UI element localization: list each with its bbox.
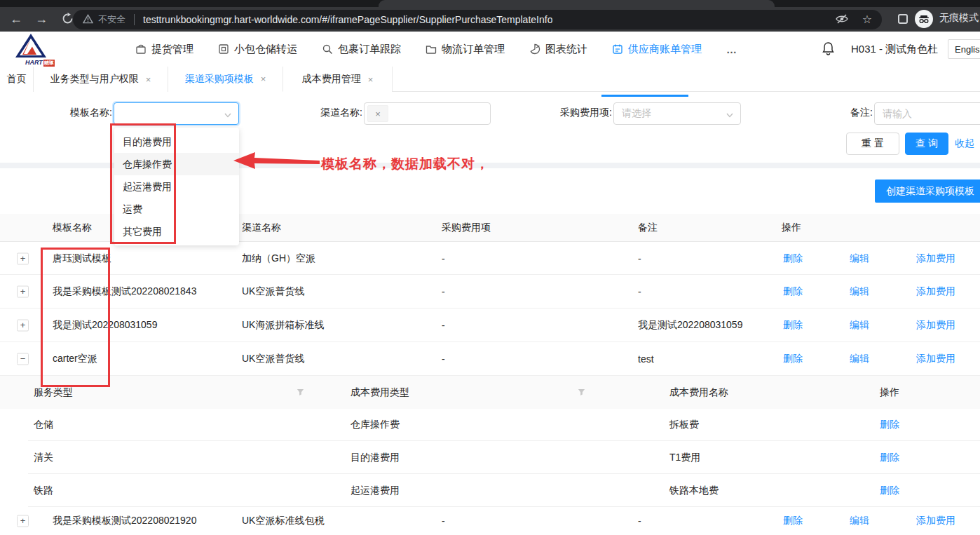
- channel-name-select[interactable]: ×: [364, 102, 491, 125]
- collapse-row-icon[interactable]: −: [17, 353, 29, 365]
- nav-item-logistics-orders[interactable]: 物流订单管理: [426, 43, 505, 56]
- edit-link[interactable]: 编辑: [850, 275, 869, 309]
- dropdown-option[interactable]: 运费: [114, 198, 239, 220]
- delete-link[interactable]: 删除: [783, 342, 803, 376]
- dropdown-option[interactable]: 目的港费用: [114, 130, 239, 153]
- nav-more-icon[interactable]: …: [726, 43, 737, 55]
- delete-link[interactable]: 删除: [880, 474, 899, 507]
- close-icon[interactable]: ×: [146, 74, 151, 85]
- remark-field-wrap: [874, 102, 980, 125]
- nav-item-pickup[interactable]: 提货管理: [135, 43, 193, 56]
- expand-icon[interactable]: +: [17, 320, 29, 332]
- table-row: + 我是采购模板测试202208021843 UK空派普货线 - - 删除 编辑…: [0, 275, 980, 309]
- col-header-action: 操作: [782, 214, 801, 241]
- delete-link[interactable]: 删除: [880, 409, 899, 441]
- filter-funnel-icon[interactable]: [297, 387, 304, 398]
- incognito-label: 无痕模式: [939, 12, 979, 25]
- browser-toolbar: ← → 不安全 testtrunkbookingmgr.hart-worldwi…: [0, 7, 980, 32]
- expand-icon[interactable]: +: [17, 252, 29, 264]
- logo-text: HART精琢: [25, 59, 55, 67]
- tab-channel-purchase-template[interactable]: 渠道采购项模板 ×: [168, 67, 283, 92]
- language-button[interactable]: English: [948, 39, 980, 59]
- cell-cost-name: 铁路本地费: [669, 474, 719, 507]
- page-tab-bar: 首页 业务类型与用户权限 × 渠道采购项模板 × 成本费用管理 ×: [0, 67, 980, 92]
- close-icon[interactable]: ×: [261, 74, 266, 84]
- cell-channel: 加纳（GH）空派: [242, 242, 315, 275]
- nav-item-parcel-warehouse[interactable]: 小包仓储转运: [218, 43, 297, 56]
- tab-switcher-icon[interactable]: [898, 14, 908, 24]
- edit-link[interactable]: 编辑: [850, 242, 869, 275]
- tag-close-icon[interactable]: ×: [375, 109, 381, 119]
- cell-fee: -: [442, 275, 445, 309]
- subtable-header-row: 服务类型 成本费用类型 成本费用名称 操作: [0, 376, 980, 409]
- cell-template-name: carter空派: [53, 342, 97, 376]
- empty-tag[interactable]: ×: [367, 105, 388, 122]
- back-icon[interactable]: ←: [10, 11, 22, 27]
- dropdown-option[interactable]: 其它费用: [114, 220, 239, 243]
- cell-template-name: 我是采购模板测试202208021920: [53, 507, 196, 535]
- forward-icon[interactable]: →: [35, 11, 48, 27]
- table-row: + 唐珏测试模板 加纳（GH）空派 - - 删除 编辑 添加费用: [0, 242, 980, 275]
- eye-off-icon[interactable]: [836, 14, 848, 26]
- notification-bell-icon[interactable]: [822, 41, 835, 57]
- cell-cost-name: T1费用: [669, 441, 700, 474]
- filter-funnel-icon[interactable]: [578, 387, 585, 398]
- bill-icon: [612, 43, 623, 55]
- cell-remark: 我是测试202208031059: [638, 309, 742, 342]
- pickup-icon: [135, 43, 147, 55]
- cell-cost-name: 拆板费: [669, 409, 699, 441]
- cell-fee: -: [442, 242, 445, 275]
- delete-link[interactable]: 删除: [783, 309, 803, 342]
- user-name[interactable]: H031 - 测试角色杜: [851, 43, 938, 56]
- purchase-fee-placeholder: 请选择: [622, 107, 651, 120]
- tab-cost-fee-management[interactable]: 成本费用管理 ×: [283, 67, 393, 92]
- add-fee-link[interactable]: 添加费用: [916, 275, 955, 309]
- subcol-cost-type: 成本费用类型: [351, 376, 409, 409]
- search-button[interactable]: 查 询: [905, 133, 948, 155]
- dropdown-option[interactable]: 起运港费用: [114, 175, 239, 198]
- expand-icon[interactable]: +: [17, 515, 29, 527]
- warning-icon: [83, 14, 93, 26]
- tab-business-type-permissions[interactable]: 业务类型与用户权限 ×: [34, 67, 168, 92]
- remark-input[interactable]: [875, 103, 980, 124]
- annotation-text: 模板名称，数据加载不对，: [321, 155, 489, 173]
- delete-link[interactable]: 删除: [880, 441, 899, 474]
- url-bar[interactable]: 不安全 testtrunkbookingmgr.hart-worldwide.c…: [73, 10, 882, 29]
- col-header-template-name: 模板名称: [53, 214, 92, 241]
- folder-icon: [426, 43, 437, 55]
- edit-link[interactable]: 编辑: [850, 309, 869, 342]
- tab-home[interactable]: 首页: [0, 67, 34, 92]
- expand-icon[interactable]: +: [17, 286, 29, 298]
- reload-icon[interactable]: [62, 13, 74, 28]
- add-fee-link[interactable]: 添加费用: [916, 507, 955, 535]
- app-navbar: HART精琢 提货管理 小包仓储转运 包裹订单跟踪 物流订单管理 图表统计: [0, 32, 980, 67]
- edit-link[interactable]: 编辑: [850, 342, 869, 376]
- channel-name-label: 渠道名称:: [278, 107, 362, 119]
- nav-item-supplier-billing[interactable]: 供应商账单管理: [612, 43, 702, 56]
- create-template-button[interactable]: 创建渠道采购项模板: [875, 180, 980, 203]
- close-icon[interactable]: ×: [368, 74, 374, 85]
- dropdown-option[interactable]: 仓库操作费: [114, 153, 239, 175]
- delete-link[interactable]: 删除: [783, 275, 803, 309]
- delete-link[interactable]: 删除: [783, 507, 803, 535]
- nav-item-chart-stats[interactable]: 图表统计: [529, 43, 587, 56]
- add-fee-link[interactable]: 添加费用: [916, 342, 955, 376]
- delete-link[interactable]: 删除: [783, 242, 803, 275]
- collapse-link[interactable]: 收起: [955, 137, 974, 150]
- edit-link[interactable]: 编辑: [850, 507, 869, 535]
- chevron-down-icon: [726, 110, 734, 121]
- reset-button[interactable]: 重 置: [846, 133, 899, 155]
- url-text: testtrunkbookingmgr.hart-worldwide.com/#…: [143, 14, 552, 25]
- bookmark-star-icon[interactable]: ☆: [862, 14, 872, 25]
- add-fee-link[interactable]: 添加费用: [916, 242, 955, 275]
- add-fee-link[interactable]: 添加费用: [916, 309, 955, 342]
- security-label: 不安全: [98, 13, 125, 26]
- cell-cost-type: 起运港费用: [351, 474, 400, 507]
- nav-item-parcel-tracking[interactable]: 包裹订单跟踪: [322, 43, 401, 56]
- cell-channel: UK空派标准线包税: [242, 507, 324, 535]
- cell-remark: test: [638, 342, 654, 376]
- subcol-action: 操作: [880, 376, 899, 409]
- cell-service: 铁路: [34, 474, 53, 507]
- template-name-select[interactable]: [114, 102, 239, 125]
- purchase-fee-select[interactable]: 请选择: [613, 102, 741, 125]
